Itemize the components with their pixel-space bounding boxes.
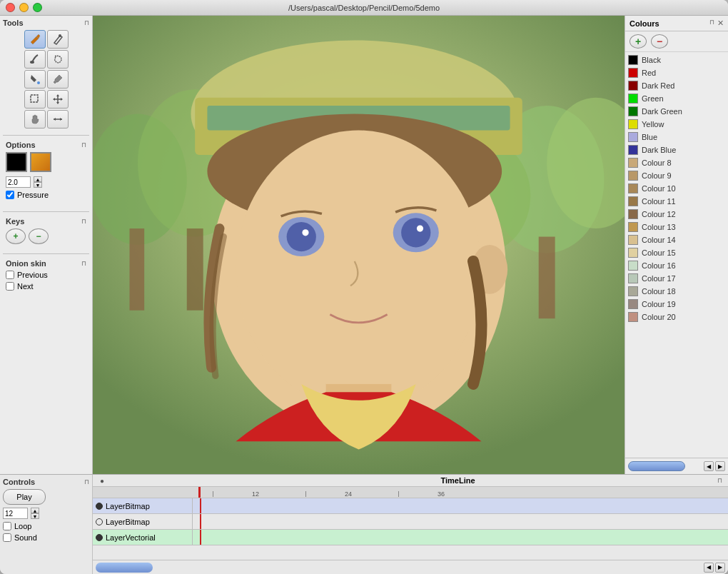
timeline-pin-icon[interactable]: ⊓ — [717, 477, 722, 484]
frame-input[interactable] — [3, 508, 28, 519]
colour-item-3[interactable]: Green — [625, 92, 728, 105]
colour-item-7[interactable]: Dark Blue — [625, 144, 728, 156]
onion-pin-icon[interactable]: ⊓ — [81, 260, 86, 267]
foreground-swatch[interactable] — [6, 152, 27, 172]
colour-name-11: Colour 11 — [642, 197, 676, 206]
tools-pin-icon[interactable]: ⊓ — [84, 19, 89, 26]
pen-tool[interactable] — [47, 30, 69, 49]
layer-3-indicator — [96, 534, 103, 541]
canvas-svg — [93, 16, 625, 474]
eyedropper-tool[interactable] — [47, 70, 69, 89]
colour-item-13[interactable]: Colour 13 — [625, 221, 728, 233]
timeline-ruler: 12 24 36 — [93, 487, 728, 498]
colour-name-14: Colour 14 — [642, 236, 676, 244]
colours-panel: Colours ⊓ ✕ + − Black Red Dark Red Green… — [625, 16, 728, 474]
fill-tool[interactable] — [24, 70, 46, 89]
colour-item-6[interactable]: Blue — [625, 131, 728, 144]
svg-marker-8 — [53, 98, 55, 101]
canvas-area[interactable] — [93, 16, 625, 474]
colour-item-17[interactable]: Colour 17 — [625, 272, 728, 285]
colour-item-15[interactable]: Colour 15 — [625, 246, 728, 259]
zoom-tool[interactable] — [47, 110, 69, 129]
remove-colour-button[interactable]: − — [651, 34, 668, 49]
colour-item-12[interactable]: Colour 12 — [625, 208, 728, 221]
pen-size-up[interactable]: ▲ — [34, 176, 42, 182]
colours-close-icon[interactable]: ✕ — [717, 19, 724, 28]
svg-point-32 — [302, 229, 308, 236]
move-tool[interactable] — [47, 90, 69, 109]
colour-name-3: Green — [642, 94, 664, 103]
minimize-button[interactable] — [19, 3, 29, 12]
colour-item-11[interactable]: Colour 11 — [625, 195, 728, 208]
frame-up[interactable]: ▲ — [31, 508, 39, 513]
colour-item-10[interactable]: Colour 10 — [625, 182, 728, 195]
controls-pin-icon[interactable]: ⊓ — [84, 478, 89, 485]
layer-1-indicator — [96, 503, 103, 510]
select-tool[interactable] — [24, 90, 46, 109]
keys-pin-icon[interactable]: ⊓ — [81, 218, 86, 225]
pen-size-down[interactable]: ▼ — [34, 182, 42, 188]
keys-section: Keys ⊓ + − — [3, 214, 89, 247]
hand-tool[interactable] — [24, 110, 46, 129]
colours-header: Colours ⊓ ✕ — [625, 16, 728, 31]
maximize-button[interactable] — [33, 3, 42, 12]
svg-point-33 — [417, 225, 423, 231]
colour-item-19[interactable]: Colour 19 — [625, 298, 728, 311]
lasso-tool[interactable] — [47, 50, 69, 69]
colours-scrollbar[interactable] — [628, 461, 685, 471]
brush-tool[interactable] — [24, 50, 46, 69]
pen-size-input[interactable]: 2.0 — [6, 176, 31, 188]
colour-item-8[interactable]: Colour 8 — [625, 156, 728, 169]
loop-label: Loop — [14, 522, 31, 530]
sound-checkbox[interactable] — [3, 533, 11, 542]
remove-key-button[interactable]: − — [29, 228, 49, 244]
svg-rect-21 — [539, 237, 555, 319]
colours-next-button[interactable]: ▶ — [715, 461, 725, 471]
colour-swatch-5 — [628, 119, 638, 129]
options-header: Options ⊓ — [6, 141, 86, 149]
background-swatch[interactable] — [30, 152, 51, 172]
timeline-prev-button[interactable]: ◀ — [704, 563, 714, 573]
colour-item-4[interactable]: Dark Green — [625, 105, 728, 118]
timeline-next-button[interactable]: ▶ — [715, 563, 725, 573]
loop-checkbox[interactable] — [3, 522, 11, 530]
colour-item-2[interactable]: Dark Red — [625, 79, 728, 92]
colour-item-1[interactable]: Red — [625, 66, 728, 79]
colour-item-14[interactable]: Colour 14 — [625, 233, 728, 246]
add-colour-button[interactable]: + — [630, 34, 647, 49]
colour-item-5[interactable]: Yellow — [625, 118, 728, 131]
colour-item-18[interactable]: Colour 18 — [625, 285, 728, 298]
colour-item-9[interactable]: Colour 9 — [625, 169, 728, 182]
layer-2-name: LayerBitmap — [106, 518, 150, 526]
options-pin-icon[interactable]: ⊓ — [81, 141, 86, 148]
colour-item-20[interactable]: Colour 20 — [625, 311, 728, 323]
pressure-checkbox[interactable] — [6, 191, 14, 199]
svg-point-0 — [59, 34, 61, 37]
previous-checkbox[interactable] — [6, 271, 14, 279]
window-title: /Users/pascal/Desktop/Pencil/Demo/5demo — [288, 4, 440, 12]
colour-name-6: Blue — [642, 133, 657, 141]
timeline-layer-3: LayerVectorial — [93, 530, 728, 545]
play-button[interactable]: Play — [3, 489, 46, 505]
add-key-button[interactable]: + — [6, 228, 26, 244]
colour-item-16[interactable]: Colour 16 — [625, 259, 728, 272]
timeline-layer-2: LayerBitmap — [93, 514, 728, 530]
colours-prev-button[interactable]: ◀ — [704, 461, 714, 471]
frame-down[interactable]: ▼ — [31, 513, 39, 519]
keys-label: Keys — [6, 217, 24, 226]
window-controls — [6, 3, 42, 12]
svg-point-31 — [401, 218, 430, 247]
next-checkbox[interactable] — [6, 282, 14, 291]
options-section: Options ⊓ 2.0 ▲ ▼ Pressure — [3, 138, 89, 205]
loop-row: Loop — [3, 522, 89, 530]
svg-marker-12 — [54, 118, 56, 121]
close-button[interactable] — [6, 3, 15, 12]
colour-item-0[interactable]: Black — [625, 54, 728, 66]
pen-size-spinner: ▲ ▼ — [34, 176, 42, 188]
colour-name-2: Dark Red — [642, 81, 674, 90]
svg-marker-9 — [61, 98, 63, 101]
controls-label: Controls — [3, 478, 35, 486]
colours-pin-icon[interactable]: ⊓ — [709, 19, 714, 28]
pencil-tool[interactable] — [24, 30, 46, 49]
timeline-scrollbar[interactable] — [96, 563, 153, 573]
